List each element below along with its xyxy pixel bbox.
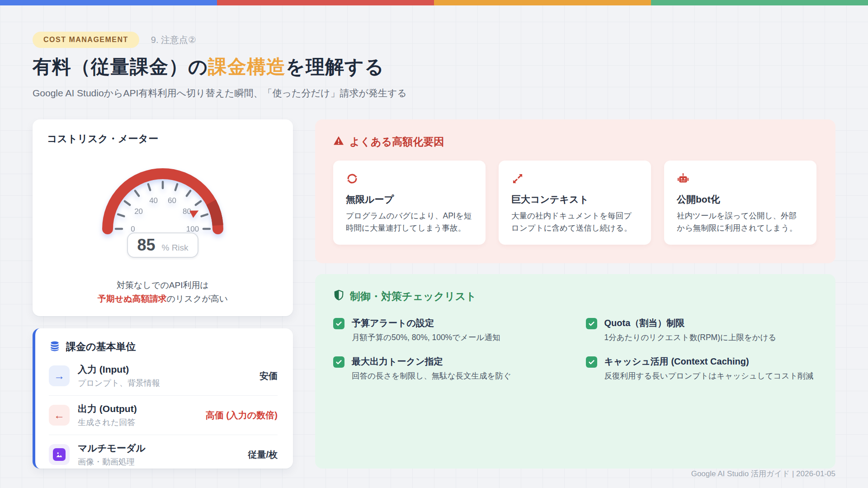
billing-row-tag: 従量/枚	[248, 449, 278, 461]
risk-gauge-svg: 020406080100	[86, 148, 240, 239]
main-grid: コストリスク・メーター 020406080100 85 % Risk 対策なしで…	[33, 119, 835, 469]
risk-value: 85	[137, 236, 155, 255]
arrow-right-icon: →	[49, 365, 70, 386]
checkbox-icon[interactable]	[586, 356, 597, 368]
billing-row-tag: 安価	[259, 370, 278, 382]
left-column: コストリスク・メーター 020406080100 85 % Risk 対策なしで…	[33, 119, 293, 469]
factor-card-huge-context: 巨大コンテキスト 大量の社内ドキュメントを毎回プロンプトに含めて送信し続ける。	[499, 161, 651, 245]
risk-meter-title: コストリスク・メーター	[47, 132, 278, 146]
factor-desc: 大量の社内ドキュメントを毎回プロンプトに含めて送信し続ける。	[511, 210, 638, 234]
footer-credit: Google AI Studio 活用ガイド | 2026-01-05	[691, 469, 835, 479]
billing-row-name: 入力 (Input)	[78, 363, 251, 376]
check-item-context-caching: キャッシュ活用 (Context Caching) 反復利用する長いプロンプトは…	[586, 355, 818, 381]
check-desc: 回答の長さを制限し、無駄な長文生成を防ぐ	[352, 370, 511, 381]
billing-row-desc: プロンプト、背景情報	[78, 378, 251, 389]
title-pre: 有料（従量課金）の	[33, 56, 208, 77]
svg-text:20: 20	[134, 207, 143, 216]
risk-caption-line1: 対策なしでのAPI利用は	[117, 280, 209, 290]
header-row: COST MANAGEMENT 9. 注意点②	[33, 32, 835, 48]
factor-title: 無限ループ	[346, 193, 473, 206]
billing-row-name: マルチモーダル	[78, 442, 240, 455]
svg-text:80: 80	[183, 207, 191, 216]
billing-row-tag: 高価 (入力の数倍)	[206, 409, 278, 422]
image-icon	[49, 444, 70, 465]
billing-row-output: ← 出力 (Output) 生成された回答 高価 (入力の数倍)	[49, 396, 278, 435]
slide-content: COST MANAGEMENT 9. 注意点② 有料（従量課金）の課金構造を理解…	[33, 5, 835, 469]
topbar-segment-blue	[0, 0, 217, 5]
checkbox-icon[interactable]	[333, 356, 344, 368]
billing-row-name: 出力 (Output)	[78, 403, 198, 415]
billing-row-desc: 生成された回答	[78, 417, 198, 428]
checklist-title: 制御・対策チェックリスト	[350, 289, 476, 303]
checkbox-icon[interactable]	[333, 318, 344, 329]
risk-caption-rest: のリスクが高い	[167, 294, 228, 303]
expand-icon	[511, 179, 524, 186]
factor-desc: プログラムのバグにより、APIを短時間に大量連打してしまう事故。	[346, 210, 473, 234]
checklist-panel: 制御・対策チェックリスト 予算アラートの設定 月額予算の50%, 80%, 10…	[315, 274, 835, 469]
checklist-grid: 予算アラートの設定 月額予算の50%, 80%, 100%でメール通知 最大出力…	[333, 317, 817, 381]
check-title: Quota（割当）制限	[604, 317, 777, 329]
checklist-header: 制御・対策チェックリスト	[333, 289, 817, 303]
risk-gauge: 020406080100 85 % Risk	[47, 148, 278, 258]
risk-caption-highlight: 予期せぬ高額請求	[98, 294, 167, 303]
factor-title: 巨大コンテキスト	[511, 193, 638, 206]
section-label: 9. 注意点②	[151, 34, 196, 46]
svg-text:40: 40	[149, 196, 158, 205]
topbar-segment-yellow	[434, 0, 651, 5]
check-desc: 月額予算の50%, 80%, 100%でメール通知	[352, 332, 500, 343]
refresh-icon	[346, 179, 359, 186]
factor-cards: 無限ループ プログラムのバグにより、APIを短時間に大量連打してしまう事故。 巨…	[333, 161, 817, 245]
billing-row-multimodal: マルチモーダル 画像・動画処理 従量/枚	[49, 435, 278, 474]
factor-desc: 社内ツールを誤って公開し、外部から無制限に利用されてしまう。	[677, 210, 804, 234]
title-post: を理解する	[286, 56, 384, 77]
shield-icon	[333, 289, 344, 303]
robot-icon	[677, 179, 689, 186]
coins-icon	[49, 340, 61, 354]
checkbox-icon[interactable]	[586, 318, 597, 329]
top-color-bar	[0, 0, 868, 5]
check-item-budget-alert: 予算アラートの設定 月額予算の50%, 80%, 100%でメール通知	[333, 317, 565, 343]
check-title: 予算アラートの設定	[352, 317, 500, 329]
billing-units-header: 課金の基本単位	[49, 340, 278, 354]
factor-card-infinite-loop: 無限ループ プログラムのバグにより、APIを短時間に大量連打してしまう事故。	[333, 161, 486, 245]
billing-units-title: 課金の基本単位	[66, 340, 136, 354]
billing-units-card: 課金の基本単位 → 入力 (Input) プロンプト、背景情報 安価 ←	[33, 328, 293, 469]
page-subtitle: Google AI StudioからAPI有料利用へ切り替えた瞬間、「使った分だ…	[33, 87, 835, 99]
right-column: よくある高額化要因 無限ループ プログラムのバグにより、APIを短時間に大量連打…	[315, 119, 835, 469]
cost-factors-header: よくある高額化要因	[333, 135, 817, 149]
svg-text:60: 60	[168, 196, 176, 205]
cost-factors-panel: よくある高額化要因 無限ループ プログラムのバグにより、APIを短時間に大量連打…	[315, 119, 835, 263]
page-title: 有料（従量課金）の課金構造を理解する	[33, 54, 835, 80]
factor-card-public-bot: 公開bot化 社内ツールを誤って公開し、外部から無制限に利用されてしまう。	[664, 161, 816, 245]
check-title: キャッシュ活用 (Context Caching)	[604, 355, 814, 368]
billing-row-desc: 画像・動画処理	[78, 456, 240, 467]
warning-icon	[333, 135, 344, 149]
check-desc: 反復利用する長いプロンプトはキャッシュしてコスト削減	[604, 370, 814, 381]
cost-factors-title: よくある高額化要因	[349, 135, 444, 149]
billing-row-input: → 入力 (Input) プロンプト、背景情報 安価	[49, 356, 278, 396]
topbar-segment-red	[217, 0, 434, 5]
billing-rows: → 入力 (Input) プロンプト、背景情報 安価 ← 出力 (Output)…	[49, 356, 278, 474]
title-highlight: 課金構造	[208, 56, 286, 77]
risk-unit: % Risk	[161, 243, 188, 253]
risk-meter-card: コストリスク・メーター 020406080100 85 % Risk 対策なしで…	[33, 119, 293, 316]
arrow-left-icon: ←	[49, 405, 70, 426]
risk-caption: 対策なしでのAPI利用は 予期せぬ高額請求のリスクが高い	[47, 279, 278, 305]
risk-value-pill: 85 % Risk	[127, 232, 198, 258]
check-title: 最大出力トークン指定	[352, 355, 511, 368]
check-item-max-output-tokens: 最大出力トークン指定 回答の長さを制限し、無駄な長文生成を防ぐ	[333, 355, 565, 381]
factor-title: 公開bot化	[677, 193, 804, 206]
check-item-quota-limit: Quota（割当）制限 1分あたりのリクエスト数(RPM)に上限をかける	[586, 317, 818, 343]
topbar-segment-green	[651, 0, 868, 5]
check-desc: 1分あたりのリクエスト数(RPM)に上限をかける	[604, 332, 777, 343]
category-badge: COST MANAGEMENT	[33, 32, 139, 48]
